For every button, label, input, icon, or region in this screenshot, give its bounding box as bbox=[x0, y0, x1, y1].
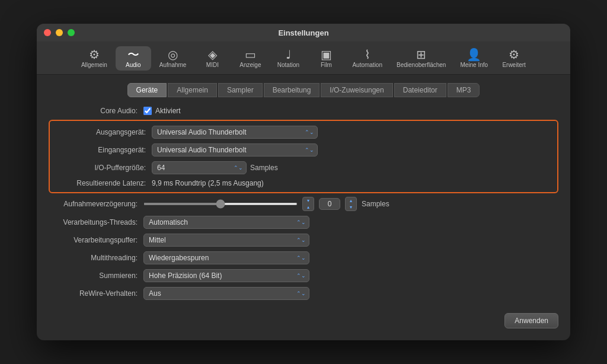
spinner-up[interactable]: ▴ bbox=[303, 204, 314, 210]
toolbar-label-meineinfo: Meine Info bbox=[460, 62, 488, 68]
toolbar-item-film[interactable]: ▣ Film bbox=[308, 46, 344, 71]
toolbar-item-anzeige[interactable]: ▭ Anzeige bbox=[232, 46, 268, 71]
verarbeitungspuffer-row: Verarbeitungspuffer: Mittel bbox=[49, 234, 558, 247]
value-up[interactable]: ▴ bbox=[346, 197, 356, 204]
io-puffer-select[interactable]: 64 bbox=[152, 161, 247, 174]
ausgangsgeraet-select-wrapper: Universal Audio Thunderbolt bbox=[152, 126, 318, 139]
toolbar-item-bedienoberflachen[interactable]: ⊞ Bedienoberflächen bbox=[391, 46, 452, 71]
subtab-mp3[interactable]: MP3 bbox=[448, 83, 480, 97]
summieren-control: Hohe Präzision (64 Bit) bbox=[143, 269, 558, 282]
rewire-label: ReWire-Verhalten: bbox=[49, 289, 143, 298]
rewire-row: ReWire-Verhalten: Aus bbox=[49, 287, 558, 300]
aufnahmeverzoegerung-control: ▾ ▴ 0 ▴ ▾ Samples bbox=[143, 197, 558, 211]
multithreading-select[interactable]: Wiedergabespuren bbox=[143, 251, 309, 264]
toolbar-item-erweitert[interactable]: ⚙ Erweitert bbox=[496, 46, 532, 71]
device-settings-box: Ausgangsgerät: Universal Audio Thunderbo… bbox=[49, 120, 558, 193]
toolbar-label-midi: MIDI bbox=[206, 62, 219, 68]
toolbar-label-automation: Automation bbox=[352, 62, 382, 68]
subtab-sampler[interactable]: Sampler bbox=[218, 83, 263, 97]
multithreading-control: Wiedergabespuren bbox=[143, 251, 558, 264]
maximize-button[interactable] bbox=[68, 29, 75, 36]
value-stepper[interactable]: ▴ ▾ bbox=[345, 197, 357, 211]
toolbar-item-notation[interactable]: ♩ Notation bbox=[270, 46, 306, 71]
aufnahmeverzoegerung-label: Aufnahmeverzögerung: bbox=[49, 200, 143, 208]
core-audio-checkbox-row: Aktiviert bbox=[143, 107, 181, 115]
advanced-icon: ⚙ bbox=[509, 49, 519, 60]
verarbeitungspuffer-select[interactable]: Mittel bbox=[143, 234, 309, 247]
verarbeitungs-threads-row: Verarbeitungs-Threads: Automatisch bbox=[49, 216, 558, 229]
subtab-io-zuweisungen[interactable]: I/O-Zuweisungen bbox=[321, 83, 392, 97]
verarbeitungs-threads-control: Automatisch bbox=[143, 216, 558, 229]
rewire-select[interactable]: Aus bbox=[143, 287, 309, 300]
ausgangsgeraet-row: Ausgangsgerät: Universal Audio Thunderbo… bbox=[57, 126, 550, 139]
verarbeitungs-threads-select[interactable]: Automatisch bbox=[143, 216, 309, 229]
window-title: Einstellungen bbox=[278, 28, 328, 37]
io-puffer-select-wrapper: 64 bbox=[152, 161, 247, 174]
core-audio-row: Core Audio: Aktiviert bbox=[49, 107, 558, 115]
main-window: Einstellungen ⚙ Allgemein 〜 Audio ◎ Aufn… bbox=[37, 24, 570, 340]
io-puffer-label: I/O-Puffergröße: bbox=[57, 164, 152, 172]
subtab-dateieditor[interactable]: Dateieditor bbox=[394, 83, 446, 97]
summieren-select-wrapper: Hohe Präzision (64 Bit) bbox=[143, 269, 309, 282]
record-icon: ◎ bbox=[168, 49, 178, 60]
aufnahmeverzoegerung-stepper[interactable]: ▾ ▴ bbox=[302, 197, 314, 211]
ausgangsgeraet-label: Ausgangsgerät: bbox=[57, 128, 152, 136]
toolbar-item-meineinfo[interactable]: 👤 Meine Info bbox=[454, 46, 494, 71]
toolbar-label-audio: Audio bbox=[126, 62, 141, 68]
toolbar-label-notation: Notation bbox=[277, 62, 299, 68]
latenz-label: Resultierende Latenz: bbox=[57, 179, 152, 187]
core-audio-control: Aktiviert bbox=[143, 107, 558, 115]
toolbar-item-midi[interactable]: ◈ MIDI bbox=[194, 46, 230, 71]
verarbeitungspuffer-label: Verarbeitungspuffer: bbox=[49, 236, 143, 244]
toolbar-item-automation[interactable]: ⌇ Automation bbox=[346, 46, 388, 71]
subtab-bar: Geräte Allgemein Sampler Bearbeitung I/O… bbox=[49, 83, 558, 97]
toolbar-item-allgemein[interactable]: ⚙ Allgemein bbox=[75, 46, 113, 71]
latenz-row: Resultierende Latenz: 9,9 ms Roundtrip (… bbox=[57, 179, 550, 187]
eingangsgeraet-label: Eingangsgerät: bbox=[57, 146, 152, 154]
aufnahmeverzoegerung-unit: Samples bbox=[362, 200, 389, 208]
rewire-control: Aus bbox=[143, 287, 558, 300]
aufnahmeverzoegerung-slider[interactable] bbox=[143, 203, 298, 205]
aufnahmeverzoegerung-value: 0 bbox=[319, 198, 340, 210]
io-puffer-row: I/O-Puffergröße: 64 Samples bbox=[57, 161, 550, 174]
window-controls bbox=[44, 29, 75, 36]
toolbar-item-aufnahme[interactable]: ◎ Aufnahme bbox=[154, 46, 193, 71]
verarbeitungs-threads-select-wrapper: Automatisch bbox=[143, 216, 309, 229]
latenz-value: 9,9 ms Roundtrip (2,5 ms Ausgang) bbox=[152, 179, 264, 187]
toolbar-label-anzeige: Anzeige bbox=[239, 62, 261, 68]
close-button[interactable] bbox=[44, 29, 51, 36]
apply-button-wrapper: Anwenden bbox=[49, 305, 558, 328]
eingangsgeraet-row: Eingangsgerät: Universal Audio Thunderbo… bbox=[57, 143, 550, 157]
titlebar: Einstellungen bbox=[37, 24, 570, 41]
toolbar-label-aufnahme: Aufnahme bbox=[159, 62, 187, 68]
core-audio-checkbox[interactable] bbox=[143, 107, 152, 115]
spinner-down[interactable]: ▾ bbox=[303, 197, 314, 204]
slider-row: ▾ ▴ 0 ▴ ▾ Samples bbox=[143, 197, 558, 211]
core-audio-label: Core Audio: bbox=[49, 107, 143, 115]
toolbar-label-erweitert: Erweitert bbox=[502, 62, 525, 68]
value-down[interactable]: ▾ bbox=[346, 204, 356, 210]
latenz-control: 9,9 ms Roundtrip (2,5 ms Ausgang) bbox=[152, 179, 550, 187]
toolbar-label-allgemein: Allgemein bbox=[81, 62, 107, 68]
controller-icon: ⊞ bbox=[416, 49, 426, 60]
verarbeitungs-threads-label: Verarbeitungs-Threads: bbox=[49, 218, 143, 226]
eingangsgeraet-select-wrapper: Universal Audio Thunderbolt bbox=[152, 143, 318, 157]
toolbar-item-audio[interactable]: 〜 Audio bbox=[116, 46, 151, 71]
rewire-select-wrapper: Aus bbox=[143, 287, 309, 300]
summieren-select[interactable]: Hohe Präzision (64 Bit) bbox=[143, 269, 309, 282]
verarbeitungspuffer-control: Mittel bbox=[143, 234, 558, 247]
multithreading-row: Multithreading: Wiedergabespuren bbox=[49, 251, 558, 264]
subtab-gerate[interactable]: Geräte bbox=[127, 83, 167, 97]
film-icon: ▣ bbox=[321, 49, 332, 60]
apply-button[interactable]: Anwenden bbox=[504, 313, 558, 328]
subtab-bearbeitung[interactable]: Bearbeitung bbox=[264, 83, 320, 97]
ausgangsgeraet-select[interactable]: Universal Audio Thunderbolt bbox=[152, 126, 318, 139]
main-toolbar: ⚙ Allgemein 〜 Audio ◎ Aufnahme ◈ MIDI ▭ … bbox=[37, 41, 570, 75]
multithreading-label: Multithreading: bbox=[49, 254, 143, 262]
summieren-label: Summieren: bbox=[49, 272, 143, 280]
automation-icon: ⌇ bbox=[365, 49, 370, 60]
toolbar-label-bedienoberflachen: Bedienoberflächen bbox=[397, 62, 446, 68]
eingangsgeraet-select[interactable]: Universal Audio Thunderbolt bbox=[152, 143, 318, 157]
subtab-allgemein[interactable]: Allgemein bbox=[168, 83, 217, 97]
minimize-button[interactable] bbox=[56, 29, 63, 36]
